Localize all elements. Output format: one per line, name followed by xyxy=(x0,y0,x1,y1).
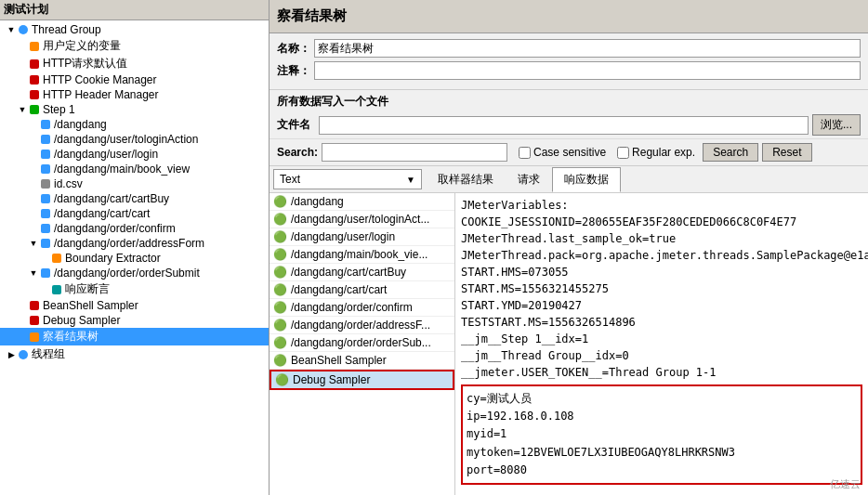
text-dropdown[interactable]: Text ▼ xyxy=(273,169,422,189)
left-panel: 测试计划 ▼ Thread Group 用户定义的变量 HTTP请求默认值 HT… xyxy=(0,0,270,495)
sidebar-item-label: HTTP请求默认值 xyxy=(43,56,127,72)
sidebar-item-label: Boundary Extractor xyxy=(65,252,161,265)
search-button[interactable]: Search xyxy=(703,143,758,162)
result-text: JMeterVariables: COOKIE_JSESSIONID=28065… xyxy=(461,197,862,381)
reset-button[interactable]: Reset xyxy=(762,143,811,162)
tabs-row: Text ▼ 取样器结果 请求 响应数据 xyxy=(270,166,868,193)
dangdang-icon xyxy=(39,118,52,131)
list-item[interactable]: 🟢 /dangdang/cart/cartBuy xyxy=(270,264,454,281)
sidebar-item-confirm[interactable]: /dangdang/order/confirm xyxy=(0,221,269,236)
sidebar-item-http-defaults[interactable]: HTTP请求默认值 xyxy=(0,55,269,72)
regular-exp-checkbox[interactable] xyxy=(617,147,629,159)
order-submit-expand[interactable]: ▼ xyxy=(28,267,39,279)
sidebar-item-label: 用户定义的变量 xyxy=(43,38,121,54)
list-item[interactable]: 🟢 /dangdang/user/login xyxy=(270,228,454,246)
form-section: 名称： 注释： xyxy=(270,33,868,90)
sidebar-item-dangdang[interactable]: /dangdang xyxy=(0,117,269,132)
sidebar-item-boundary-extractor[interactable]: Boundary Extractor xyxy=(0,251,269,266)
comment-input[interactable] xyxy=(314,61,861,80)
chevron-down-icon: ▼ xyxy=(406,175,415,185)
id-csv-icon xyxy=(39,177,52,190)
watermark: 亿速云 xyxy=(830,477,861,491)
sidebar-item-user-var[interactable]: 用户定义的变量 xyxy=(0,37,269,55)
comment-row: 注释： xyxy=(277,61,861,80)
tab-response-data[interactable]: 响应数据 xyxy=(552,167,621,192)
sidebar-item-label: /dangdang/user/login xyxy=(54,148,158,161)
name-row: 名称： xyxy=(277,39,861,58)
expand-icon[interactable]: ▼ xyxy=(6,24,17,35)
list-item-label: /dangdang xyxy=(291,195,344,208)
tree-list-pane[interactable]: 🟢 /dangdang 🟢 /dangdang/user/tologinAct.… xyxy=(270,193,455,495)
header-manager-icon xyxy=(28,88,41,101)
list-item[interactable]: 🟢 /dangdang xyxy=(270,193,454,211)
sidebar-item-step1[interactable]: ▼ Step 1 xyxy=(0,102,269,117)
list-item[interactable]: 🟢 /dangdang/cart/cart xyxy=(270,281,454,299)
sidebar-item-view-result[interactable]: 察看结果树 xyxy=(0,328,269,345)
confirm-icon xyxy=(39,222,52,235)
green-circle-icon: 🟢 xyxy=(273,213,287,226)
sidebar-item-label: /dangdang xyxy=(54,118,107,131)
sidebar-item-cart-buy[interactable]: /dangdang/cart/cartBuy xyxy=(0,191,269,206)
sidebar-item-label: BeanShell Sampler xyxy=(43,299,138,312)
sidebar-item-header-manager[interactable]: HTTP Header Manager xyxy=(0,87,269,102)
tab-sampler-result[interactable]: 取样器结果 xyxy=(426,167,506,191)
green-circle-icon: 🟢 xyxy=(273,195,287,208)
thread-group2-icon xyxy=(17,348,30,361)
thread-group-icon xyxy=(17,23,30,36)
sidebar-item-label: Debug Sampler xyxy=(43,314,120,327)
green-circle-icon: 🟢 xyxy=(273,354,287,367)
sidebar-item-response-assert[interactable]: 响应断言 xyxy=(0,280,269,298)
sidebar-item-order-submit[interactable]: ▼ /dangdang/order/orderSubmit xyxy=(0,266,269,280)
sidebar-item-label: /dangdang/order/addressForm xyxy=(54,237,204,250)
sidebar-item-label: /dangdang/user/tologinAction xyxy=(54,133,198,146)
sidebar-item-user-login[interactable]: /dangdang/user/login xyxy=(0,147,269,162)
sidebar-item-login-action[interactable]: /dangdang/user/tologinAction xyxy=(0,132,269,147)
sidebar-item-thread-group2[interactable]: ▶ 线程组 xyxy=(0,345,269,363)
tab-request[interactable]: 请求 xyxy=(506,167,552,191)
cart-buy-icon xyxy=(39,192,52,205)
list-item-debug-sampler[interactable]: 🟢 Debug Sampler xyxy=(270,370,454,390)
sidebar-item-thread-group[interactable]: ▼ Thread Group xyxy=(0,22,269,37)
sidebar-item-label: /dangdang/order/confirm xyxy=(54,222,176,235)
list-item[interactable]: 🟢 /dangdang/user/tologinAct... xyxy=(270,211,454,228)
list-item[interactable]: 🟢 /dangdang/order/confirm xyxy=(270,299,454,317)
list-item[interactable]: 🟢 /dangdang/order/addressF... xyxy=(270,317,454,334)
response-assert-icon xyxy=(50,283,63,296)
file-input[interactable] xyxy=(319,116,809,135)
sidebar-item-label: Thread Group xyxy=(32,23,101,36)
list-item[interactable]: 🟢 /dangdang/main/book_vie... xyxy=(270,246,454,264)
sidebar-item-cart[interactable]: /dangdang/cart/cart xyxy=(0,206,269,221)
thread-group2-expand[interactable]: ▶ xyxy=(6,349,17,360)
green-circle-icon: 🟢 xyxy=(273,301,287,314)
sidebar-item-main-book[interactable]: /dangdang/main/book_view xyxy=(0,162,269,176)
tree-container[interactable]: ▼ Thread Group 用户定义的变量 HTTP请求默认值 HTTP Co… xyxy=(0,20,269,495)
sidebar-item-label: /dangdang/main/book_view xyxy=(54,163,190,176)
list-item-label: /dangdang/order/addressF... xyxy=(291,319,430,332)
name-input[interactable] xyxy=(314,39,861,58)
sidebar-item-debug-sampler[interactable]: Debug Sampler xyxy=(0,313,269,328)
sidebar-item-id-csv[interactable]: id.csv xyxy=(0,176,269,191)
panel-title: 察看结果树 xyxy=(277,4,861,29)
search-input[interactable] xyxy=(322,143,507,162)
green-circle-icon: 🟢 xyxy=(273,336,287,349)
list-item-label: /dangdang/order/confirm xyxy=(291,301,413,314)
step1-expand[interactable]: ▼ xyxy=(17,104,28,115)
sidebar-item-label: 线程组 xyxy=(32,346,65,362)
green-circle-icon: 🟢 xyxy=(273,248,287,261)
write-all-label: 所有数据写入一个文件 xyxy=(270,90,868,111)
address-form-expand[interactable]: ▼ xyxy=(28,238,39,249)
list-item-label: /dangdang/main/book_vie... xyxy=(291,248,427,261)
list-item-label: /dangdang/user/login xyxy=(291,230,395,243)
sidebar-item-beanshell[interactable]: BeanShell Sampler xyxy=(0,298,269,313)
list-item[interactable]: 🟢 BeanShell Sampler xyxy=(270,352,454,370)
sidebar-item-address-form[interactable]: ▼ /dangdang/order/addressForm xyxy=(0,236,269,251)
name-label: 名称： xyxy=(277,41,314,57)
list-item-label: BeanShell Sampler xyxy=(291,354,387,367)
case-sensitive-checkbox[interactable] xyxy=(519,147,531,159)
cart-icon xyxy=(39,207,52,220)
sidebar-item-label: 察看结果树 xyxy=(43,329,99,345)
list-item[interactable]: 🟢 /dangdang/order/orderSub... xyxy=(270,334,454,352)
sidebar-item-cookie-manager[interactable]: HTTP Cookie Manager xyxy=(0,72,269,87)
main-book-icon xyxy=(39,163,52,176)
browse-button[interactable]: 浏览... xyxy=(812,114,861,136)
